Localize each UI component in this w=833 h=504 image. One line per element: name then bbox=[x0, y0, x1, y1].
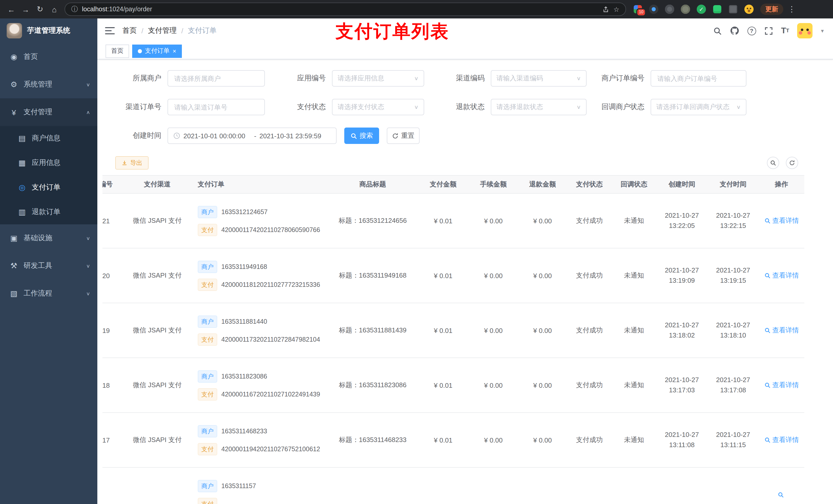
browser-update-button[interactable]: 更新 bbox=[760, 4, 783, 15]
reset-button[interactable]: 重置 bbox=[387, 127, 420, 144]
user-avatar[interactable] bbox=[798, 23, 813, 39]
chevron-down-icon: ∨ bbox=[86, 263, 90, 269]
cell-actions: 查看详情 bbox=[759, 194, 804, 248]
extension-green-square-icon[interactable] bbox=[712, 4, 722, 14]
cell-title: 标题：1635311949168 bbox=[328, 248, 418, 303]
channel-order-no-filter-label: 渠道订单号 bbox=[97, 102, 168, 112]
sidebar-item-merchant-info[interactable]: ▤ 商户信息 bbox=[0, 126, 97, 150]
monitor-icon: ▣ bbox=[9, 234, 19, 243]
cell-actions: 查看详情 bbox=[759, 358, 804, 412]
date-end-input[interactable] bbox=[260, 132, 327, 140]
sidebar-item-dev-tools[interactable]: ⚒ 研发工具 ∨ bbox=[0, 252, 97, 280]
merchant-order-no-filter-input[interactable] bbox=[651, 70, 746, 87]
cell-order: 商户 1635311157 支付 bbox=[191, 467, 328, 504]
sidebar-item-home[interactable]: ◉ 首页 bbox=[0, 43, 97, 71]
bookmark-star-icon[interactable]: ☆ bbox=[614, 5, 619, 13]
sidebar-item-pay-order[interactable]: ◎ 支付订单 bbox=[0, 175, 97, 200]
view-detail-link[interactable]: 查看详情 bbox=[764, 271, 799, 280]
app-id-filter-select[interactable]: 请选择应用信息 ∨ bbox=[332, 70, 424, 87]
font-size-icon[interactable]: TT bbox=[781, 27, 789, 35]
pay-tag: 支付 bbox=[198, 443, 217, 455]
annotation-overlay: 支付订单列表 bbox=[336, 20, 449, 44]
fullscreen-icon[interactable] bbox=[764, 26, 773, 35]
cell-paid-time: 2021-10-2713:17:08 bbox=[708, 358, 759, 412]
dashboard-icon: ◉ bbox=[9, 52, 19, 62]
column-header-notify: 回调状态 bbox=[612, 176, 656, 193]
channel-code-filter-select[interactable]: 请输入渠道编码 ∨ bbox=[491, 70, 587, 87]
cell-amount: ¥ 0.01 bbox=[418, 358, 469, 412]
export-button[interactable]: 导出 bbox=[115, 156, 148, 170]
site-info-icon[interactable]: ⓘ bbox=[71, 5, 78, 14]
cell-channel: 微信 JSAPI 支付 bbox=[124, 248, 191, 303]
sidebar-item-infrastructure[interactable]: ▣ 基础设施 ∨ bbox=[0, 224, 97, 252]
search-icon[interactable] bbox=[713, 26, 721, 35]
browser-menu-icon[interactable]: ⋮ bbox=[788, 5, 795, 14]
sidebar-item-system[interactable]: ⚙ 系统管理 ∨ bbox=[0, 71, 97, 98]
notify-status-filter-select[interactable]: 请选择订单回调商户状态 ∨ bbox=[651, 99, 746, 115]
close-tab-icon[interactable]: × bbox=[173, 48, 176, 54]
date-range-picker[interactable]: - bbox=[168, 127, 337, 144]
refund-status-filter-select[interactable]: 请选择退款状态 ∨ bbox=[491, 99, 587, 115]
github-icon[interactable] bbox=[730, 26, 739, 35]
cell-created-time bbox=[656, 467, 708, 504]
view-detail-link[interactable]: 查看详情 bbox=[764, 216, 799, 225]
view-detail-link[interactable] bbox=[778, 492, 786, 498]
view-detail-link[interactable]: 查看详情 bbox=[764, 435, 799, 445]
view-detail-link[interactable]: 查看详情 bbox=[764, 326, 799, 335]
extension-check-icon[interactable]: ✓ bbox=[696, 4, 707, 14]
cell-created-time: 2021-10-2713:19:09 bbox=[656, 248, 708, 303]
extension-colorful-icon[interactable]: 10 bbox=[633, 4, 643, 14]
cell-title: 标题：1635311468233 bbox=[328, 413, 418, 467]
cell-refund bbox=[518, 467, 567, 504]
sidebar-toggle-icon[interactable] bbox=[105, 27, 115, 34]
screen: ← → ↻ ⌂ ⓘ localhost:1024/pay/order ☆ 10 … bbox=[0, 0, 833, 504]
help-icon[interactable]: ? bbox=[747, 26, 756, 35]
avatar-caret-icon[interactable]: ▾ bbox=[821, 27, 824, 34]
view-detail-link[interactable]: 查看详情 bbox=[764, 381, 799, 390]
date-start-input[interactable] bbox=[184, 132, 251, 140]
cell-order: 商户 1635312124657 支付 42000011742021102780… bbox=[191, 194, 328, 248]
cell-order: 商户 1635311949168 支付 42000011812021102777… bbox=[191, 248, 328, 303]
extension-drop-icon[interactable] bbox=[648, 4, 659, 14]
address-bar[interactable]: ⓘ localhost:1024/pay/order ☆ bbox=[65, 3, 626, 16]
sidebar-item-workflow[interactable]: ▧ 工作流程 ∨ bbox=[0, 280, 97, 307]
breadcrumb-payment[interactable]: 支付管理 bbox=[148, 26, 177, 35]
browser-back-button[interactable]: ← bbox=[4, 2, 19, 16]
sidebar-item-app-info[interactable]: ▦ 应用信息 bbox=[0, 150, 97, 175]
yen-icon: ¥ bbox=[9, 108, 19, 117]
channel-order-no-filter-input[interactable] bbox=[168, 99, 265, 115]
pay-tag: 支付 bbox=[198, 223, 217, 236]
sidebar-item-payment[interactable]: ¥ 支付管理 ∧ bbox=[0, 98, 97, 126]
extension-gray-icon[interactable] bbox=[664, 4, 675, 14]
merchant-filter-input[interactable] bbox=[168, 70, 265, 87]
cell-paid-time: 2021-10-2713:18:10 bbox=[708, 303, 759, 358]
search-button[interactable]: 搜索 bbox=[344, 127, 379, 144]
chevron-down-icon: ∨ bbox=[86, 235, 90, 241]
table-header: 编号 支付渠道 支付订单 商品标题 支付金额 手续金额 退款金额 支付状态 回调… bbox=[102, 176, 804, 194]
breadcrumb-home[interactable]: 首页 bbox=[122, 26, 137, 35]
chevron-down-icon: ∨ bbox=[86, 82, 90, 87]
merchant-order-no: 1635311823086 bbox=[221, 373, 267, 380]
browser-reload-button[interactable]: ↻ bbox=[33, 2, 47, 16]
merchant-tag: 商户 bbox=[198, 480, 217, 492]
create-time-filter-label: 创建时间 bbox=[97, 131, 168, 140]
extension-smiley-icon[interactable] bbox=[744, 4, 754, 14]
pay-status-filter-select[interactable]: 请选择支付状态 ∨ bbox=[332, 99, 424, 115]
cell-notify: 未通知 bbox=[612, 303, 656, 358]
extension-puzzle-icon[interactable] bbox=[728, 4, 738, 14]
merchant-tag: 商户 bbox=[198, 425, 217, 437]
extension-olive-icon[interactable] bbox=[680, 4, 691, 14]
toggle-search-button[interactable] bbox=[767, 157, 779, 169]
browser-home-button[interactable]: ⌂ bbox=[47, 2, 62, 16]
browser-forward-button[interactable]: → bbox=[19, 2, 33, 16]
table-row: 21 微信 JSAPI 支付 商户 1635312124657 支付 bbox=[102, 194, 804, 248]
chevron-up-icon: ∧ bbox=[86, 110, 90, 115]
sidebar-item-refund-order[interactable]: ▥ 退款订单 bbox=[0, 200, 97, 224]
app-grid-icon: ▦ bbox=[18, 158, 27, 167]
column-header-refund: 退款金额 bbox=[518, 176, 567, 193]
tab-home[interactable]: 首页 bbox=[105, 44, 129, 57]
tab-pay-order[interactable]: 支付订单 × bbox=[132, 44, 182, 57]
refresh-button[interactable] bbox=[786, 157, 798, 169]
clock-icon bbox=[173, 132, 180, 139]
share-icon[interactable] bbox=[603, 6, 610, 13]
